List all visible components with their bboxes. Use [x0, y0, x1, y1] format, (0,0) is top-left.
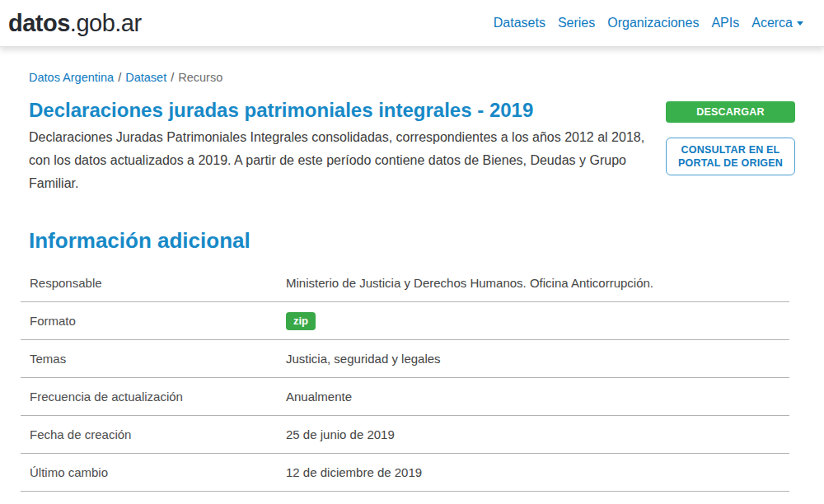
nav-item-acerca-label: Acerca [751, 16, 793, 30]
info-label: Responsable [21, 276, 286, 290]
info-value: Anualmente [286, 390, 352, 404]
table-row-formato: Formato zip [21, 302, 789, 340]
site-header: datos.gob.ar Datasets Series Organizacio… [0, 0, 824, 47]
info-value: 25 de junio de 2019 [286, 427, 395, 441]
breadcrumb-datos-argentina[interactable]: Datos Argentina [29, 71, 114, 84]
info-label: Temas [21, 352, 286, 366]
breadcrumb-separator: / [118, 71, 121, 84]
table-row-responsable: Responsable Ministerio de Justicia y Der… [21, 264, 789, 302]
info-value: Ministerio de Justicia y Derechos Humano… [286, 276, 653, 290]
breadcrumb-separator: / [171, 71, 174, 84]
resource-summary: Declaraciones juradas patrimoniales inte… [21, 86, 662, 195]
page-content: Datos Argentina/Dataset/Recurso Declarac… [21, 71, 795, 504]
chevron-down-icon [797, 21, 803, 26]
info-value: 12 de diciembre de 2019 [286, 465, 422, 479]
info-label: Fecha de creación [21, 427, 286, 441]
site-logo[interactable]: datos.gob.ar [8, 10, 142, 37]
download-button[interactable]: DESCARGAR [666, 101, 795, 123]
resource-description: Declaraciones Juradas Patrimoniales Inte… [29, 126, 662, 195]
nav-item-series[interactable]: Series [558, 12, 595, 34]
logo-text-bold: datos [8, 10, 70, 36]
info-value: zip [286, 312, 316, 330]
nav-item-organizaciones[interactable]: Organizaciones [607, 12, 699, 34]
info-value: Justicia, seguridad y legales [286, 352, 441, 366]
resource-header: Declaraciones juradas patrimoniales inte… [21, 86, 795, 195]
table-row-temas: Temas Justicia, seguridad y legales [21, 340, 789, 378]
info-label: Último cambio [21, 465, 286, 479]
nav-item-datasets[interactable]: Datasets [494, 12, 545, 34]
breadcrumb: Datos Argentina/Dataset/Recurso [21, 71, 795, 84]
info-label: Formato [21, 314, 286, 328]
table-row-frecuencia: Frecuencia de actualización Anualmente [21, 378, 789, 416]
logo-text-regular: .gob.ar [70, 10, 142, 36]
table-row-fecha-creacion: Fecha de creación 25 de junio de 2019 [21, 416, 789, 454]
main-nav: Datasets Series Organizaciones APIs Acer… [494, 12, 803, 34]
additional-info-table: Responsable Ministerio de Justicia y Der… [21, 264, 789, 492]
section-title-additional-info: Información adicional [21, 227, 795, 254]
format-badge: zip [286, 312, 316, 330]
table-row-ultimo-cambio: Último cambio 12 de diciembre de 2019 [21, 454, 789, 492]
breadcrumb-current: Recurso [178, 71, 222, 84]
nav-item-acerca[interactable]: Acerca [751, 12, 803, 34]
page-title: Declaraciones juradas patrimoniales inte… [29, 99, 662, 122]
source-portal-button[interactable]: CONSULTAR EN EL PORTAL DE ORIGEN [666, 138, 795, 175]
resource-actions: DESCARGAR CONSULTAR EN EL PORTAL DE ORIG… [666, 101, 795, 175]
breadcrumb-dataset[interactable]: Dataset [125, 71, 166, 84]
nav-item-apis[interactable]: APIs [711, 12, 739, 34]
info-label: Frecuencia de actualización [21, 390, 286, 404]
